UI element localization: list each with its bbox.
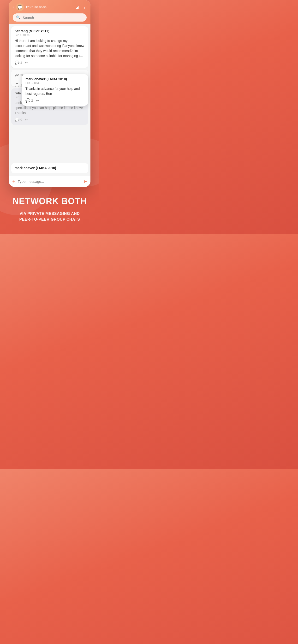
send-button[interactable]: ➤ <box>83 178 87 184</box>
reply-mark-h[interactable]: ↩ <box>36 98 39 103</box>
reply-rola[interactable]: ↩ <box>25 118 28 122</box>
chat-header: ‹ 💬 12561 members ⋮ 🔍 <box>9 0 90 24</box>
count-mark-h: 2 <box>31 99 33 102</box>
message-card-bottom-preview: mark chavez (EMBA 2010) <box>11 163 88 173</box>
message-actions: 💬 2 ↩ <box>15 60 85 65</box>
subtitle-line2: PEER-TO-PEER GROUP CHATS <box>20 217 80 222</box>
reply-button[interactable]: ↩ <box>25 60 28 65</box>
reply-icon: ↩ <box>25 60 28 65</box>
reaction-rola[interactable]: 💬 0 <box>15 118 22 122</box>
phone-mockup: ‹ 💬 12561 members ⋮ 🔍 nat tang (MiFP <box>9 0 90 187</box>
header-left: ‹ 💬 12561 members <box>13 3 47 11</box>
reply-icon-rola: ↩ <box>25 118 28 122</box>
search-input[interactable] <box>23 16 83 20</box>
message-input-bar: + ➤ <box>9 176 90 187</box>
bubble-icon: 💬 <box>15 60 20 65</box>
messages-area: nat tang (MiFPT 2017) Feb 1, 10:35 Hi th… <box>9 24 90 176</box>
sender-name: nat tang (MiFPT 2017) <box>15 29 85 33</box>
sender-bottom: mark chavez (EMBA 2010) <box>15 166 85 170</box>
body-mark-h: Thanks in advance for your help and best… <box>26 86 85 96</box>
bubble-icon-mark-h: 💬 <box>26 98 30 103</box>
message-input[interactable] <box>18 180 81 184</box>
message-card-nat: nat tang (MiFPT 2017) Feb 1, 10:35 Hi th… <box>11 26 88 68</box>
back-button[interactable]: ‹ <box>13 5 14 10</box>
count-rola: 0 <box>20 118 22 122</box>
actions-rola: 💬 0 ↩ <box>15 118 85 122</box>
attachment-button[interactable]: + <box>12 178 15 184</box>
time-mark-h: Feb 5, 10:35 <box>26 82 85 84</box>
message-card-mark-highlighted: mark chavez (EMBA 2010) Feb 5, 10:35 Tha… <box>22 74 88 106</box>
header-actions: ⋮ <box>76 5 87 10</box>
signal-icon <box>76 6 80 9</box>
reply-icon-mark-h: ↩ <box>36 98 39 103</box>
reaction-mark-h[interactable]: 💬 2 <box>26 98 33 103</box>
sender-mark-h: mark chavez (EMBA 2010) <box>26 77 85 81</box>
search-icon: 🔍 <box>16 15 21 20</box>
more-options-button[interactable]: ⋮ <box>83 5 87 10</box>
message-body: Hi there, I am looking to change my acco… <box>15 38 85 58</box>
actions-mark-h: 💬 2 ↩ <box>26 98 85 103</box>
reaction-number: 2 <box>20 61 22 64</box>
reaction-count-partial[interactable]: 💬 2 <box>15 83 22 86</box>
members-count: 12561 members <box>26 6 47 9</box>
group-avatar: 💬 <box>16 3 24 11</box>
search-bar[interactable]: 🔍 <box>13 14 87 22</box>
bubble-icon-rola: 💬 <box>15 118 20 122</box>
header-top-row: ‹ 💬 12561 members ⋮ <box>13 3 87 11</box>
reaction-count[interactable]: 💬 2 <box>15 60 22 65</box>
bubble-icon-partial: 💬 <box>15 83 20 86</box>
message-time: Feb 1, 10:35 <box>15 34 85 36</box>
